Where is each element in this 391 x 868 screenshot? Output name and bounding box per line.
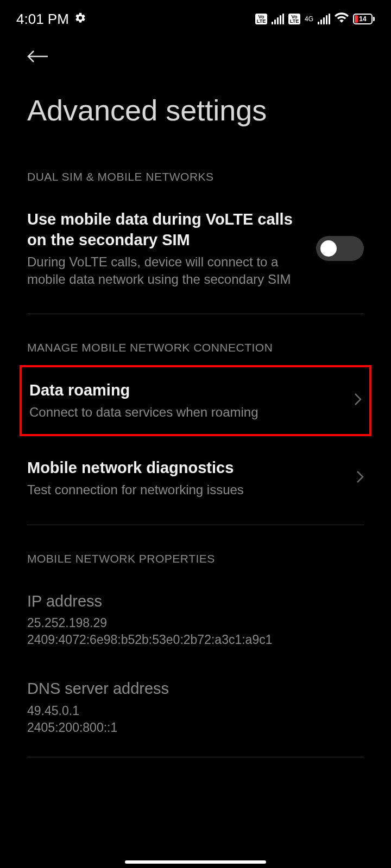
section-header-dual-sim: DUAL SIM & MOBILE NETWORKS	[0, 154, 391, 194]
property-value-v4: 25.252.198.29	[27, 615, 364, 631]
chevron-right-icon	[356, 470, 364, 486]
setting-title: Data roaming	[29, 380, 343, 401]
chevron-right-icon	[354, 393, 362, 408]
wifi-icon	[335, 11, 349, 27]
divider	[27, 757, 364, 757]
setting-data-roaming[interactable]: Data roaming Connect to data services wh…	[22, 367, 369, 434]
setting-title: Use mobile data during VoLTE calls on th…	[27, 209, 305, 250]
battery-fill	[355, 15, 358, 23]
property-ip-address: IP address 25.252.198.29 2409:4072:6e98:…	[0, 576, 391, 664]
battery-percent: 14	[359, 15, 366, 23]
status-bar: 4:01 PM VoLTE VoLTE 4G 14	[0, 0, 391, 33]
setting-mobile-diagnostics[interactable]: Mobile network diagnostics Test connecti…	[0, 436, 391, 514]
signal-bars-2	[318, 14, 330, 24]
divider	[27, 525, 364, 525]
status-right: VoLTE VoLTE 4G 14	[255, 11, 375, 27]
volte-badge-2: VoLTE	[288, 14, 300, 24]
property-title: DNS server address	[27, 679, 364, 699]
section-header-net-props: MOBILE NETWORK PROPERTIES	[0, 536, 391, 576]
property-value-v4: 49.45.0.1	[27, 703, 364, 719]
network-type-label: 4G	[305, 16, 313, 22]
status-time: 4:01 PM	[16, 11, 69, 28]
property-dns-address: DNS server address 49.45.0.1 2405:200:80…	[0, 663, 391, 751]
volte-badge-1: VoLTE	[255, 14, 267, 24]
property-value-v6: 2409:4072:6e98:b52b:53e0:2b72:a3c1:a9c1	[27, 631, 364, 648]
setting-title: Mobile network diagnostics	[27, 458, 345, 478]
status-left: 4:01 PM	[16, 11, 86, 28]
divider	[27, 314, 364, 314]
toggle-volte-secondary[interactable]	[316, 236, 364, 261]
setting-subtitle: Connect to data services when roaming	[29, 404, 343, 420]
home-indicator[interactable]	[125, 860, 266, 864]
property-value-v6: 2405:200:800::1	[27, 719, 364, 736]
section-header-manage-connection: MANAGE MOBILE NETWORK CONNECTION	[0, 325, 391, 365]
setting-subtitle: During VoLTE calls, device will connect …	[27, 253, 305, 287]
setting-subtitle: Test connection for networking issues	[27, 481, 345, 498]
highlight-box: Data roaming Connect to data services wh…	[20, 365, 371, 436]
back-button[interactable]	[27, 56, 49, 66]
battery-indicator: 14	[353, 14, 375, 24]
property-title: IP address	[27, 591, 364, 612]
signal-bars-1	[272, 14, 284, 24]
page-title: Advanced settings	[0, 77, 391, 154]
gear-icon	[74, 11, 86, 28]
setting-volte-secondary-sim[interactable]: Use mobile data during VoLTE calls on th…	[0, 194, 391, 303]
